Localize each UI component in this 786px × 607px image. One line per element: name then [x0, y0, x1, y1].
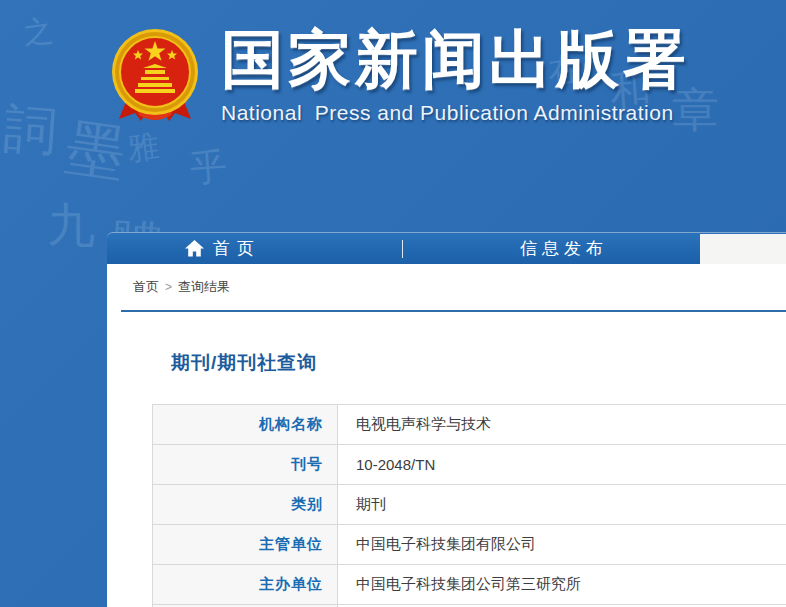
row-label: 刊号 — [153, 445, 338, 485]
row-value: 中国电子科技集团有限公司 — [338, 525, 786, 565]
site-header: 国家新闻出版署 National Press and Publication A… — [0, 0, 786, 232]
table-row: 类别 期刊 — [153, 485, 786, 525]
row-label: 主办单位 — [153, 565, 338, 605]
row-value: 电视电声科学与技术 — [338, 405, 786, 445]
page: { "header": { "site_title": "国家新闻出版署", "… — [0, 0, 786, 607]
site-title-block: 国家新闻出版署 National Press and Publication A… — [221, 26, 690, 125]
table-row: 主办单位 中国电子科技集团公司第三研究所 — [153, 565, 786, 605]
national-emblem-logo — [105, 25, 205, 125]
breadcrumb: 首页>查询结果 — [133, 278, 230, 296]
row-value: 期刊 — [338, 485, 786, 525]
query-table-body: 机构名称 电视电声科学与技术 刊号 10-2048/TN 类别 期刊 主管单位 … — [153, 405, 786, 607]
row-value: 中国电子科技集团公司第三研究所 — [338, 565, 786, 605]
nav-separator — [402, 240, 403, 258]
section-title: 期刊/期刊社查询 — [171, 350, 317, 376]
nav-item-info-release[interactable]: 信息发布 — [520, 233, 608, 264]
site-title: 国家新闻出版署 — [221, 26, 690, 92]
breadcrumb-separator: > — [165, 280, 172, 294]
row-label: 类别 — [153, 485, 338, 525]
nav-item-home-label: 首页 — [213, 237, 261, 260]
home-icon — [185, 240, 204, 257]
row-label: 机构名称 — [153, 405, 338, 445]
table-row: 主管单位 中国电子科技集团有限公司 — [153, 525, 786, 565]
nav-tab-partial[interactable] — [700, 234, 786, 264]
row-value: 10-2048/TN — [338, 445, 786, 485]
main-nav: 首页 信息发布 — [107, 232, 786, 264]
row-label: 主管单位 — [153, 525, 338, 565]
table-row: 机构名称 电视电声科学与技术 — [153, 405, 786, 445]
site-subtitle-en: National Press and Publication Administr… — [221, 101, 690, 125]
query-result-table: 机构名称 电视电声科学与技术 刊号 10-2048/TN 类别 期刊 主管单位 … — [152, 404, 786, 607]
breadcrumb-home-link[interactable]: 首页 — [133, 279, 159, 294]
content-panel: 首页>查询结果 期刊/期刊社查询 机构名称 电视电声科学与技术 刊号 10-20… — [107, 264, 786, 607]
breadcrumb-divider-line — [121, 310, 786, 312]
nav-item-home[interactable]: 首页 — [185, 233, 261, 264]
breadcrumb-current: 查询结果 — [178, 279, 230, 294]
nav-item-info-label: 信息发布 — [520, 237, 608, 260]
table-row: 刊号 10-2048/TN — [153, 445, 786, 485]
